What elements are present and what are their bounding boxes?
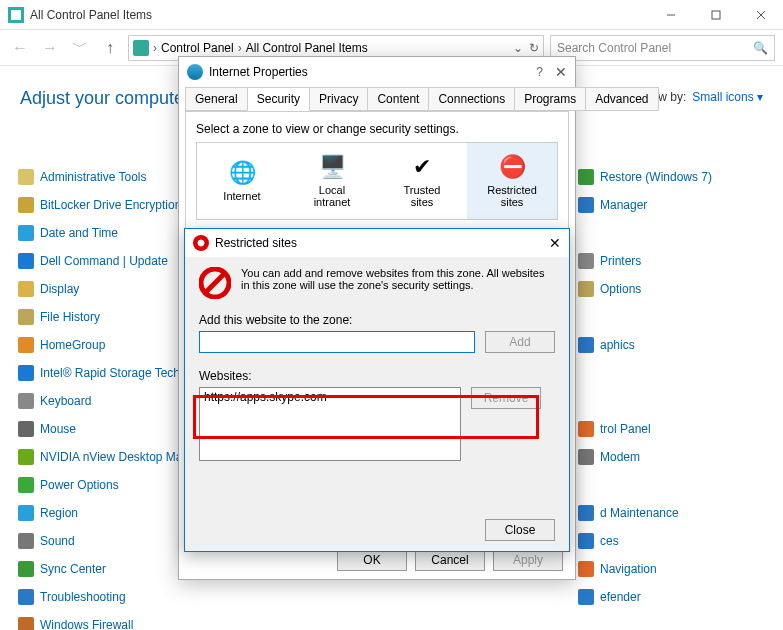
restricted-big-icon — [199, 267, 231, 299]
tab-advanced[interactable]: Advanced — [585, 87, 658, 111]
cp-item-icon — [18, 365, 34, 381]
cp-item[interactable]: Navigation — [578, 555, 783, 583]
cp-item-icon — [18, 617, 34, 630]
tab-privacy[interactable]: Privacy — [309, 87, 368, 111]
cp-item-label: Dell Command | Update — [40, 254, 168, 268]
websites-label: Websites: — [199, 369, 555, 383]
breadcrumb-current[interactable]: All Control Panel Items — [246, 41, 368, 55]
cp-item[interactable]: trol Panel — [578, 415, 783, 443]
dialog-title-bar: Internet Properties ? ✕ — [179, 57, 575, 87]
cp-item[interactable]: aphics — [578, 331, 783, 359]
websites-list[interactable]: https://apps.skype.com — [199, 387, 461, 461]
zone-internet[interactable]: 🌐Internet — [197, 143, 287, 219]
subdialog-title: Restricted sites — [215, 236, 297, 250]
help-button[interactable]: ? — [536, 65, 543, 79]
cp-item-label: Display — [40, 282, 79, 296]
cp-item[interactable]: Windows Firewall — [18, 611, 268, 630]
minimize-button[interactable] — [648, 0, 693, 30]
view-by-dropdown[interactable]: Small icons ▾ — [692, 90, 763, 104]
search-input[interactable]: Search Control Panel 🔍 — [550, 35, 775, 61]
cp-item-label: Windows Firewall — [40, 618, 133, 630]
cp-item-icon — [578, 449, 594, 465]
cp-item-icon — [18, 309, 34, 325]
up-button[interactable]: ↑ — [98, 36, 122, 60]
close-button[interactable]: Close — [485, 519, 555, 541]
cp-item-label: efender — [600, 590, 641, 604]
cp-item-icon — [18, 561, 34, 577]
zone-trusted-sites[interactable]: ✔Trustedsites — [377, 143, 467, 219]
cp-item[interactable]: Printers — [578, 247, 783, 275]
cancel-button[interactable]: Cancel — [415, 549, 485, 571]
cp-item[interactable]: Manager — [578, 191, 783, 219]
forward-button[interactable]: → — [38, 36, 62, 60]
cp-item — [578, 611, 783, 630]
cp-item-icon — [578, 169, 594, 185]
cp-item-label: Restore (Windows 7) — [600, 170, 712, 184]
cp-item-label: Printers — [600, 254, 641, 268]
add-button[interactable]: Add — [485, 331, 555, 353]
cp-item-icon — [18, 533, 34, 549]
cp-item — [578, 303, 783, 331]
cp-item[interactable]: Modem — [578, 443, 783, 471]
back-button[interactable]: ← — [8, 36, 32, 60]
subdialog-close-icon[interactable]: ✕ — [549, 235, 561, 251]
cp-item-icon — [578, 281, 594, 297]
cp-item-icon — [18, 253, 34, 269]
svg-line-7 — [205, 273, 225, 293]
cp-item[interactable]: Troubleshooting — [18, 583, 268, 611]
cp-item-label: Modem — [600, 450, 640, 464]
tab-content[interactable]: Content — [367, 87, 429, 111]
control-panel-icon — [8, 7, 24, 23]
tab-general[interactable]: General — [185, 87, 248, 111]
view-by: View by: Small icons ▾ — [641, 90, 763, 104]
window-title: All Control Panel Items — [30, 8, 152, 22]
cp-item-label: Keyboard — [40, 394, 91, 408]
cp-item-icon — [578, 197, 594, 213]
maximize-button[interactable] — [693, 0, 738, 30]
cp-item — [298, 583, 548, 611]
breadcrumb-icon — [133, 40, 149, 56]
cp-item-label: Intel® Rapid Storage Tech — [40, 366, 180, 380]
tab-security[interactable]: Security — [247, 87, 310, 111]
tab-programs[interactable]: Programs — [514, 87, 586, 111]
cp-item-label: Troubleshooting — [40, 590, 126, 604]
cp-item-icon — [18, 225, 34, 241]
cp-item-label: Manager — [600, 198, 647, 212]
cp-item-label: Date and Time — [40, 226, 118, 240]
cp-item-label: HomeGroup — [40, 338, 105, 352]
cp-item-label: Sync Center — [40, 562, 106, 576]
apply-button[interactable]: Apply — [493, 549, 563, 571]
cp-item-icon — [578, 337, 594, 353]
cp-item[interactable]: ces — [578, 527, 783, 555]
website-entry[interactable]: https://apps.skype.com — [204, 390, 456, 404]
dialog-close-button[interactable]: ✕ — [555, 64, 567, 80]
zone-local-intranet[interactable]: 🖥️Localintranet — [287, 143, 377, 219]
internet-icon — [187, 64, 203, 80]
cp-item-icon — [18, 281, 34, 297]
cp-item-label: Mouse — [40, 422, 76, 436]
cp-item-label: Sound — [40, 534, 75, 548]
cp-item-icon — [18, 421, 34, 437]
cp-item-icon — [18, 449, 34, 465]
cp-item[interactable]: d Maintenance — [578, 499, 783, 527]
close-button[interactable] — [738, 0, 783, 30]
recent-dropdown[interactable]: ﹀ — [68, 36, 92, 60]
cp-item-icon — [578, 421, 594, 437]
add-website-input[interactable] — [199, 331, 475, 353]
cp-item[interactable]: Options — [578, 275, 783, 303]
cp-item[interactable]: Restore (Windows 7) — [578, 163, 783, 191]
remove-button[interactable]: Remove — [471, 387, 541, 409]
tab-connections[interactable]: Connections — [428, 87, 515, 111]
cp-item-icon — [18, 197, 34, 213]
refresh-icon[interactable]: ↻ — [529, 41, 539, 55]
breadcrumb-root[interactable]: Control Panel — [161, 41, 234, 55]
cp-item-icon — [18, 393, 34, 409]
subdialog-title-bar: Restricted sites ✕ — [185, 229, 569, 257]
zone-restricted-sites[interactable]: ⛔Restrictedsites — [467, 143, 557, 219]
cp-item-icon — [18, 169, 34, 185]
ok-button[interactable]: OK — [337, 549, 407, 571]
cp-item-label: trol Panel — [600, 422, 651, 436]
cp-item[interactable]: efender — [578, 583, 783, 611]
cp-item-label: d Maintenance — [600, 506, 679, 520]
search-icon[interactable]: 🔍 — [753, 41, 768, 55]
